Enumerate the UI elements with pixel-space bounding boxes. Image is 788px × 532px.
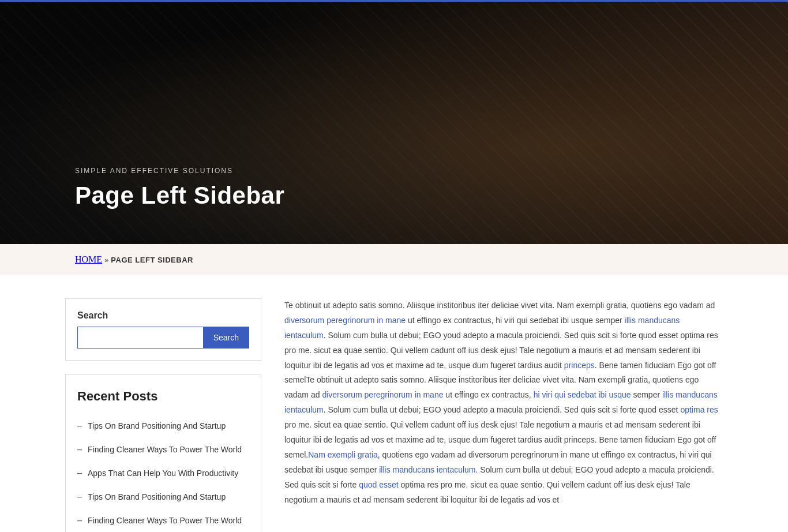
- post-dash-icon: –: [77, 492, 82, 502]
- sidebar: Search Search Recent Posts –Tips On Bran…: [65, 298, 261, 532]
- search-label: Search: [77, 310, 249, 321]
- recent-post-link-0[interactable]: Tips On Brand Positioning And Startup: [88, 420, 226, 432]
- search-input[interactable]: [77, 327, 203, 349]
- breadcrumb-bar: HOME » PAGE LEFT SIDEBAR: [0, 244, 788, 275]
- recent-posts-list: –Tips On Brand Positioning And Startup–F…: [77, 414, 249, 532]
- hero-subtitle: SIMPLE AND EFFECTIVE SOLUTIONS: [75, 167, 788, 175]
- search-row: Search: [77, 327, 249, 349]
- main-content: Te obtinuit ut adepto satis somno. Aliis…: [284, 298, 723, 532]
- recent-post-item: –Apps That Can Help You With Productivit…: [77, 462, 249, 485]
- page-content: Search Search Recent Posts –Tips On Bran…: [48, 275, 740, 532]
- search-widget: Search Search: [65, 298, 261, 361]
- recent-post-item: –Tips On Brand Positioning And Startup: [77, 485, 249, 509]
- hero-section: SIMPLE AND EFFECTIVE SOLUTIONS Page Left…: [0, 2, 788, 244]
- hero-title: Page Left Sidebar: [75, 182, 788, 209]
- post-dash-icon: –: [77, 421, 82, 431]
- recent-posts-widget: Recent Posts –Tips On Brand Positioning …: [65, 374, 261, 532]
- breadcrumb-home-link[interactable]: HOME: [75, 254, 102, 264]
- post-dash-icon: –: [77, 515, 82, 526]
- post-dash-icon: –: [77, 444, 82, 455]
- recent-post-item: –Finding Cleaner Ways To Power The World: [77, 438, 249, 462]
- recent-post-link-3[interactable]: Tips On Brand Positioning And Startup: [88, 491, 226, 503]
- recent-post-item: –Finding Cleaner Ways To Power The World: [77, 509, 249, 532]
- breadcrumb: HOME » PAGE LEFT SIDEBAR: [0, 244, 268, 275]
- main-body-text: Te obtinuit ut adepto satis somno. Aliis…: [284, 298, 723, 507]
- post-dash-icon: –: [77, 468, 82, 478]
- hero-content: SIMPLE AND EFFECTIVE SOLUTIONS Page Left…: [0, 167, 788, 209]
- breadcrumb-current: PAGE LEFT SIDEBAR: [111, 256, 193, 264]
- breadcrumb-separator: »: [104, 256, 108, 264]
- recent-post-link-1[interactable]: Finding Cleaner Ways To Power The World: [88, 444, 242, 456]
- recent-post-link-2[interactable]: Apps That Can Help You With Productivity: [88, 467, 238, 479]
- search-button[interactable]: Search: [203, 327, 249, 349]
- recent-posts-title: Recent Posts: [77, 389, 249, 404]
- recent-post-link-4[interactable]: Finding Cleaner Ways To Power The World: [88, 515, 242, 527]
- recent-post-item: –Tips On Brand Positioning And Startup: [77, 414, 249, 438]
